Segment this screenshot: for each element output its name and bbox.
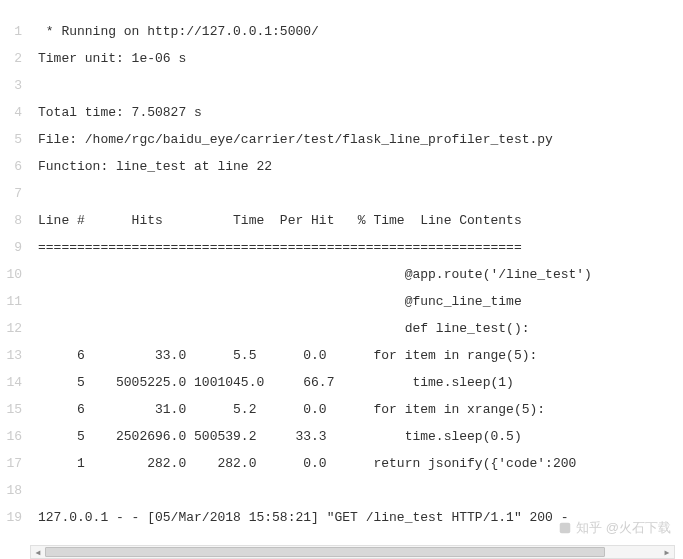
line-number: 14: [4, 369, 22, 396]
code-line: [38, 180, 683, 207]
code-line: Timer unit: 1e-06 s: [38, 45, 683, 72]
code-line: File: /home/rgc/baidu_eye/carrier/test/f…: [38, 126, 683, 153]
scroll-right-arrow[interactable]: ▶: [660, 545, 674, 559]
code-line: Line # Hits Time Per Hit % Time Line Con…: [38, 207, 683, 234]
line-number: 4: [4, 99, 22, 126]
line-number: 19: [4, 504, 22, 531]
code-block: 12345678910111213141516171819 * Running …: [0, 0, 683, 559]
code-line: @func_line_time: [38, 288, 683, 315]
code-content: * Running on http://127.0.0.1:5000/Timer…: [30, 18, 683, 531]
code-line: @app.route('/line_test'): [38, 261, 683, 288]
code-line: 127.0.0.1 - - [05/Mar/2018 15:58:21] "GE…: [38, 504, 683, 531]
code-line: * Running on http://127.0.0.1:5000/: [38, 18, 683, 45]
code-line: Function: line_test at line 22: [38, 153, 683, 180]
line-number: 15: [4, 396, 22, 423]
line-number: 12: [4, 315, 22, 342]
line-number: 11: [4, 288, 22, 315]
line-number: 1: [4, 18, 22, 45]
line-number: 8: [4, 207, 22, 234]
code-line: 5 2502696.0 500539.2 33.3 time.sleep(0.5…: [38, 423, 683, 450]
code-line: Total time: 7.50827 s: [38, 99, 683, 126]
line-number: 16: [4, 423, 22, 450]
code-line: 1 282.0 282.0 0.0 return jsonify({'code'…: [38, 450, 683, 477]
horizontal-scrollbar[interactable]: ◀ ▶: [30, 545, 675, 559]
code-line: def line_test():: [38, 315, 683, 342]
line-number: 5: [4, 126, 22, 153]
code-line: 6 31.0 5.2 0.0 for item in xrange(5):: [38, 396, 683, 423]
code-line: 6 33.0 5.5 0.0 for item in range(5):: [38, 342, 683, 369]
line-number: 10: [4, 261, 22, 288]
line-number: 3: [4, 72, 22, 99]
line-number: 18: [4, 477, 22, 504]
line-number: 13: [4, 342, 22, 369]
line-number: 2: [4, 45, 22, 72]
code-line: ========================================…: [38, 234, 683, 261]
line-number: 7: [4, 180, 22, 207]
code-area: * Running on http://127.0.0.1:5000/Timer…: [30, 0, 683, 559]
line-number: 17: [4, 450, 22, 477]
code-line: [38, 477, 683, 504]
line-number: 6: [4, 153, 22, 180]
line-number: 9: [4, 234, 22, 261]
line-number-gutter: 12345678910111213141516171819: [0, 0, 30, 559]
scrollbar-thumb[interactable]: [45, 547, 605, 557]
scrollbar-track[interactable]: [45, 546, 660, 558]
code-line: 5 5005225.0 1001045.0 66.7 time.sleep(1): [38, 369, 683, 396]
code-line: [38, 72, 683, 99]
scroll-left-arrow[interactable]: ◀: [31, 545, 45, 559]
